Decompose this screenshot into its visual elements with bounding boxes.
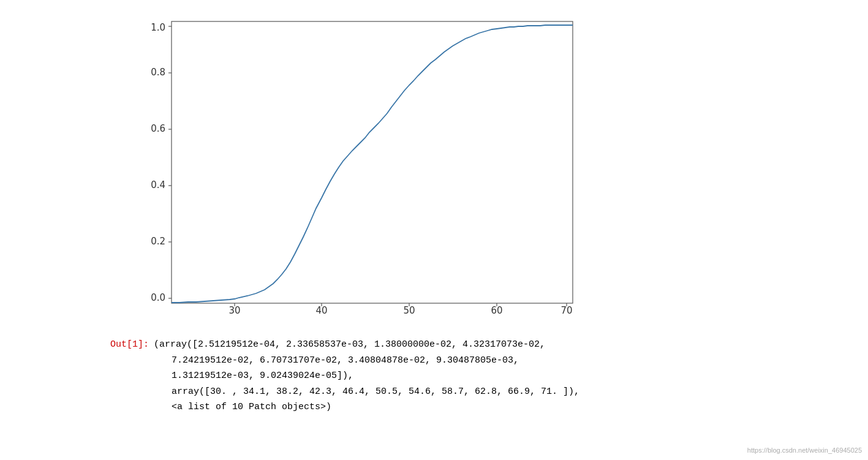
chart-container: 0.0 0.2 0.4 0.6 0.8 1.0 30 40 50 60 70	[135, 12, 582, 325]
svg-text:60: 60	[491, 305, 502, 316]
svg-text:40: 40	[315, 305, 327, 316]
svg-text:70: 70	[560, 305, 572, 316]
output-text-1: (array([2.51219512e-04, 2.33658537e-03, …	[154, 337, 545, 353]
svg-text:0.4: 0.4	[151, 179, 165, 190]
svg-text:30: 30	[228, 305, 240, 316]
svg-text:0.8: 0.8	[151, 67, 165, 78]
svg-rect-0	[172, 21, 573, 303]
output-label: Out[1]:	[110, 337, 149, 353]
output-line-3: 1.31219512e-03, 9.02439024e-05]),	[172, 368, 579, 384]
chart-svg: 0.0 0.2 0.4 0.6 0.8 1.0 30 40 50 60 70	[135, 12, 582, 325]
svg-text:0.6: 0.6	[151, 123, 165, 134]
output-line-1: Out[1]: (array([2.51219512e-04, 2.336585…	[110, 337, 579, 353]
output-text-5: <a list of 10 Patch objects>)	[172, 402, 331, 412]
watermark: https://blog.csdn.net/weixin_46945025	[747, 447, 862, 454]
output-text-4: array([30. , 34.1, 38.2, 42.3, 46.4, 50.…	[172, 386, 579, 397]
output-text-2: 7.24219512e-02, 6.70731707e-02, 3.408048…	[172, 355, 519, 366]
output-line-2: 7.24219512e-02, 6.70731707e-02, 3.408048…	[172, 353, 579, 369]
output-line-5: <a list of 10 Patch objects>)	[172, 399, 579, 415]
output-line-4: array([30. , 34.1, 38.2, 42.3, 46.4, 50.…	[172, 384, 579, 400]
svg-text:50: 50	[403, 305, 415, 316]
svg-text:1.0: 1.0	[151, 22, 165, 33]
svg-text:0.2: 0.2	[151, 236, 165, 247]
page-container: 0.0 0.2 0.4 0.6 0.8 1.0 30 40 50 60 70	[0, 0, 868, 428]
output-text-3: 1.31219512e-03, 9.02439024e-05]),	[172, 371, 353, 381]
output-section: Out[1]: (array([2.51219512e-04, 2.336585…	[110, 337, 579, 415]
svg-text:0.0: 0.0	[151, 292, 165, 303]
